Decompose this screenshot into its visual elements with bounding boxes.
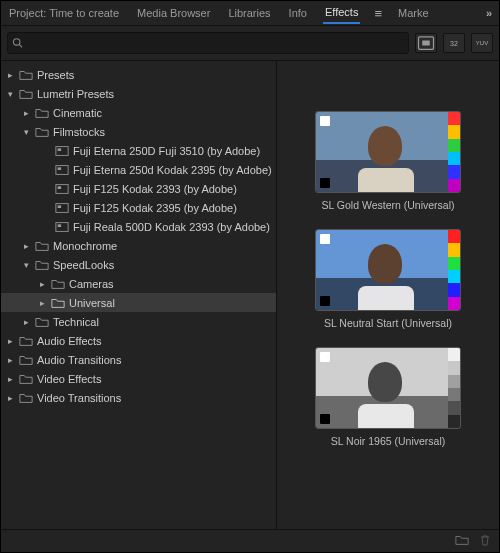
search-field[interactable] <box>24 35 404 52</box>
tree-label: Fuji Eterna 250D Fuji 3510 (by Adobe) <box>73 145 260 157</box>
tree-monochrome[interactable]: ▸ Monochrome <box>1 236 276 255</box>
svg-rect-13 <box>58 224 62 227</box>
tree-universal[interactable]: ▸ Universal <box>1 293 276 312</box>
preset-icon <box>55 183 69 195</box>
tree-presets[interactable]: ▸ Presets <box>1 65 276 84</box>
chevron-right-icon: ▸ <box>5 336 15 346</box>
tree-filmstocks[interactable]: ▾ Filmstocks <box>1 122 276 141</box>
tab-effects[interactable]: Effects <box>323 2 360 24</box>
tree-label: Audio Transitions <box>37 354 121 366</box>
tree-label: Presets <box>37 69 74 81</box>
svg-line-1 <box>19 44 22 47</box>
tab-project[interactable]: Project: Time to create <box>7 3 121 23</box>
tree-label: Audio Effects <box>37 335 102 347</box>
delete-icon[interactable] <box>479 534 491 548</box>
effects-tree: ▸ Presets ▾ Lumetri Presets ▸ Cinematic … <box>1 61 277 529</box>
svg-rect-3 <box>422 41 430 46</box>
chevron-right-icon: ▸ <box>37 279 47 289</box>
tree-lumetri-presets[interactable]: ▾ Lumetri Presets <box>1 84 276 103</box>
preset-icon <box>55 221 69 233</box>
tree-label: Lumetri Presets <box>37 88 114 100</box>
yuv-filter-icon[interactable]: YUV <box>471 33 493 53</box>
folder-icon <box>35 316 49 328</box>
chevron-right-icon: ▸ <box>5 374 15 384</box>
folder-icon <box>19 88 33 100</box>
tree-label: Cinematic <box>53 107 102 119</box>
tree-speedlooks[interactable]: ▾ SpeedLooks <box>1 255 276 274</box>
tab-libraries[interactable]: Libraries <box>226 3 272 23</box>
tree-label: Video Effects <box>37 373 101 385</box>
tree-preset-item[interactable]: Fuji F125 Kodak 2393 (by Adobe) <box>1 179 276 198</box>
preview-card: SL Noir 1965 (Universal) <box>315 347 461 447</box>
tree-audio-transitions[interactable]: ▸ Audio Transitions <box>1 350 276 369</box>
tree-video-effects[interactable]: ▸ Video Effects <box>1 369 276 388</box>
chevron-right-icon: ▸ <box>5 355 15 365</box>
preview-pane: SL Gold Western (Universal) SL Neutral S… <box>277 101 499 529</box>
panel-footer <box>1 529 499 552</box>
chevron-right-icon: ▸ <box>21 317 31 327</box>
svg-rect-9 <box>58 186 62 189</box>
tree-cameras[interactable]: ▸ Cameras <box>1 274 276 293</box>
preset-icon <box>55 202 69 214</box>
tree-label: Video Transitions <box>37 392 121 404</box>
chevron-down-icon: ▾ <box>5 89 15 99</box>
folder-icon <box>19 373 33 385</box>
chevron-right-icon: ▸ <box>5 70 15 80</box>
preset-thumbnail[interactable] <box>315 229 461 311</box>
tab-markers[interactable]: Marke <box>396 3 431 23</box>
accelerated-effects-filter-icon[interactable] <box>415 33 437 53</box>
folder-icon <box>35 259 49 271</box>
chevron-right-icon: ▸ <box>37 298 47 308</box>
preset-caption: SL Neutral Start (Universal) <box>324 317 452 329</box>
folder-icon <box>51 278 65 290</box>
tabs-overflow-button[interactable]: » <box>486 7 493 19</box>
tab-info[interactable]: Info <box>287 3 309 23</box>
new-bin-icon[interactable] <box>455 534 469 548</box>
search-icon <box>12 37 24 49</box>
tree-preset-item[interactable]: Fuji Eterna 250D Fuji 3510 (by Adobe) <box>1 141 276 160</box>
effects-toolbar: 32 YUV <box>1 26 499 61</box>
folder-icon <box>19 335 33 347</box>
tree-label: SpeedLooks <box>53 259 114 271</box>
tree-label: Monochrome <box>53 240 117 252</box>
preset-icon <box>55 145 69 157</box>
tree-technical[interactable]: ▸ Technical <box>1 312 276 331</box>
panel-tabs: Project: Time to create Media Browser Li… <box>1 1 499 26</box>
folder-icon <box>35 240 49 252</box>
tree-cinematic[interactable]: ▸ Cinematic <box>1 103 276 122</box>
tree-label: Universal <box>69 297 115 309</box>
tree-label: Fuji Eterna 250d Kodak 2395 (by Adobe) <box>73 164 272 176</box>
search-input[interactable] <box>7 32 409 54</box>
panel-menu-icon[interactable]: ≡ <box>374 6 382 21</box>
folder-icon <box>51 297 65 309</box>
tree-label: Technical <box>53 316 99 328</box>
folder-icon <box>19 69 33 81</box>
preview-card: SL Neutral Start (Universal) <box>315 229 461 329</box>
tree-preset-item[interactable]: Fuji Reala 500D Kodak 2393 (by Adobe) <box>1 217 276 236</box>
tree-label: Cameras <box>69 278 114 290</box>
tree-audio-effects[interactable]: ▸ Audio Effects <box>1 331 276 350</box>
chevron-right-icon: ▸ <box>21 241 31 251</box>
preset-caption: SL Gold Western (Universal) <box>321 199 454 211</box>
tree-video-transitions[interactable]: ▸ Video Transitions <box>1 388 276 407</box>
tree-label: Fuji F125 Kodak 2393 (by Adobe) <box>73 183 237 195</box>
preset-thumbnail[interactable] <box>315 111 461 193</box>
tree-preset-item[interactable]: Fuji Eterna 250d Kodak 2395 (by Adobe) <box>1 160 276 179</box>
folder-icon <box>35 107 49 119</box>
chevron-right-icon: ▸ <box>21 108 31 118</box>
tree-preset-item[interactable]: Fuji F125 Kodak 2395 (by Adobe) <box>1 198 276 217</box>
tree-label: Filmstocks <box>53 126 105 138</box>
svg-rect-11 <box>58 205 62 208</box>
32bit-filter-icon[interactable]: 32 <box>443 33 465 53</box>
svg-rect-7 <box>58 167 62 170</box>
svg-point-0 <box>13 39 19 45</box>
folder-icon <box>19 354 33 366</box>
svg-rect-5 <box>58 148 62 151</box>
tree-label: Fuji Reala 500D Kodak 2393 (by Adobe) <box>73 221 270 233</box>
preset-thumbnail[interactable] <box>315 347 461 429</box>
chevron-right-icon: ▸ <box>5 393 15 403</box>
tab-media-browser[interactable]: Media Browser <box>135 3 212 23</box>
folder-icon <box>19 392 33 404</box>
preset-caption: SL Noir 1965 (Universal) <box>331 435 446 447</box>
chevron-down-icon: ▾ <box>21 260 31 270</box>
